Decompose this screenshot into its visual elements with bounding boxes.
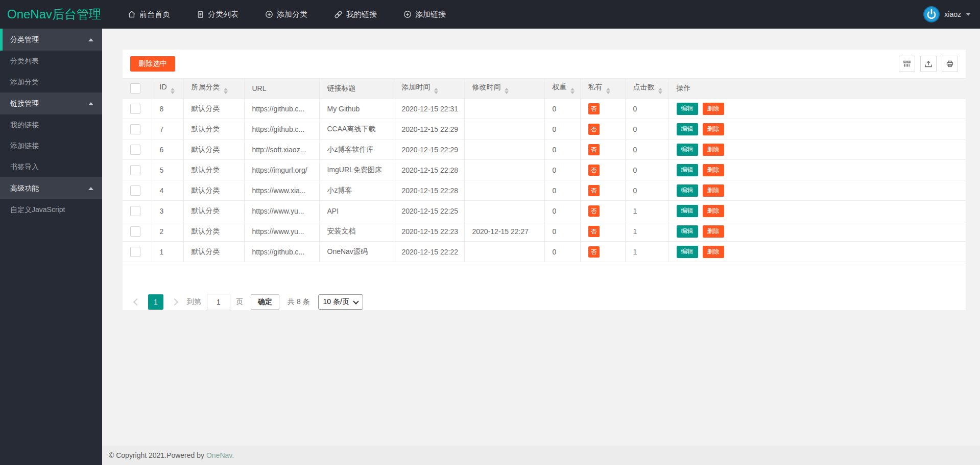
nav-item-1[interactable]: 分类列表 [183, 0, 252, 29]
columns-icon[interactable] [899, 56, 915, 72]
row-checkbox-cell [123, 160, 152, 180]
row-checkbox[interactable] [130, 104, 140, 114]
cell-weight: 0 [544, 180, 580, 201]
current-page-button[interactable]: 1 [148, 294, 163, 310]
sidebar-section-1[interactable]: 链接管理 [0, 92, 102, 114]
edit-button[interactable]: 编辑 [677, 144, 698, 156]
delete-button[interactable]: 删除 [703, 184, 724, 197]
row-checkbox[interactable] [130, 185, 140, 196]
delete-button[interactable]: 删除 [703, 164, 724, 176]
cell-private: 否 [580, 99, 625, 119]
sort-icon[interactable] [606, 88, 610, 94]
row-checkbox-cell [123, 119, 152, 140]
column-header-5: 修改时间 [464, 79, 544, 99]
cell-clicks: 0 [625, 99, 668, 119]
delete-button[interactable]: 删除 [703, 225, 724, 238]
prev-page-button[interactable] [130, 294, 144, 310]
cell-actions: 编辑删除 [668, 119, 966, 140]
sort-icon[interactable] [658, 88, 662, 94]
nav-item-2[interactable]: 添加分类 [252, 0, 321, 29]
onenav-link[interactable]: OneNav. [206, 451, 234, 459]
sidebar-item[interactable]: 书签导入 [0, 156, 102, 177]
column-header-label: 操作 [677, 84, 691, 92]
nav-item-4[interactable]: 添加链接 [390, 0, 459, 29]
sidebar-item-label: 我的链接 [10, 121, 39, 130]
delete-button[interactable]: 删除 [703, 205, 724, 217]
sort-icon[interactable] [570, 88, 575, 94]
nav-item-0[interactable]: 前台首页 [114, 0, 183, 29]
cell-weight: 0 [544, 99, 580, 119]
cell-clicks: 1 [625, 221, 668, 242]
delete-button[interactable]: 删除 [703, 246, 724, 258]
sidebar-item[interactable]: 添加链接 [0, 135, 102, 156]
sort-icon[interactable] [505, 88, 509, 94]
edit-button[interactable]: 编辑 [677, 246, 698, 258]
table-row: 4默认分类https://www.xia...小z博客2020-12-15 22… [123, 180, 966, 201]
sort-icon[interactable] [434, 88, 438, 94]
edit-button[interactable]: 编辑 [677, 164, 698, 176]
delete-selected-button[interactable]: 删除选中 [130, 56, 175, 72]
row-checkbox[interactable] [130, 206, 140, 216]
cell-clicks: 1 [625, 242, 668, 262]
export-icon[interactable] [920, 56, 937, 72]
next-page-button[interactable] [168, 294, 181, 310]
cell-actions: 编辑删除 [668, 221, 966, 242]
table-header-row: ID所属分类URL链接标题添加时间修改时间权重私有点击数操作 [123, 79, 966, 99]
sidebar-item-label: 添加分类 [10, 78, 39, 87]
edit-button[interactable]: 编辑 [677, 123, 698, 135]
cell-category: 默认分类 [183, 140, 244, 160]
column-header-label: URL [252, 84, 267, 92]
table-head: ID所属分类URL链接标题添加时间修改时间权重私有点击数操作 [123, 79, 966, 99]
sidebar-item[interactable]: 我的链接 [0, 114, 102, 135]
sort-down-icon [606, 91, 610, 94]
sidebar-section-2[interactable]: 高级功能 [0, 177, 102, 199]
print-icon[interactable] [942, 56, 958, 72]
delete-button[interactable]: 删除 [703, 123, 724, 135]
sidebar-section-0[interactable]: 分类管理 [0, 29, 102, 51]
row-checkbox[interactable] [130, 145, 140, 155]
sort-icon[interactable] [171, 88, 175, 94]
edit-button[interactable]: 编辑 [677, 103, 698, 115]
chevron-right-icon [171, 298, 178, 306]
sort-icon[interactable] [224, 88, 228, 94]
cell-added-time: 2020-12-15 22:28 [394, 160, 464, 180]
column-header-label: 权重 [553, 83, 567, 91]
delete-button[interactable]: 删除 [703, 144, 724, 156]
chevron-up-icon [88, 102, 93, 105]
cell-title: API [319, 201, 394, 221]
goto-label: 到第 [187, 297, 201, 307]
sidebar-item[interactable]: 自定义JavaScript [0, 199, 102, 220]
nav-item-3[interactable]: 我的链接 [321, 0, 390, 29]
edit-button[interactable]: 编辑 [677, 205, 698, 217]
cell-category: 默认分类 [183, 99, 244, 119]
file-icon [197, 11, 204, 18]
sort-up-icon [505, 88, 509, 90]
plus-circle-icon [265, 10, 273, 18]
app-logo[interactable]: OneNav后台管理 [0, 6, 102, 22]
confirm-button[interactable]: 确定 [251, 294, 279, 310]
row-checkbox[interactable] [130, 226, 140, 237]
delete-button[interactable]: 删除 [703, 103, 724, 115]
column-header-6: 权重 [544, 79, 580, 99]
sidebar-item[interactable]: 添加分类 [0, 72, 102, 92]
edit-button[interactable]: 编辑 [677, 225, 698, 238]
row-checkbox-cell [123, 180, 152, 201]
cell-modified-time [464, 99, 544, 119]
column-header-4: 添加时间 [394, 79, 464, 99]
sidebar-section-title: 分类管理 [10, 35, 39, 44]
cell-weight: 0 [544, 119, 580, 140]
cell-id: 3 [152, 201, 183, 221]
row-checkbox[interactable] [130, 124, 140, 134]
sidebar-item[interactable]: 分类列表 [0, 51, 102, 72]
table-row: 1默认分类https://github.c...OneNav源码2020-12-… [123, 242, 966, 262]
select-all-checkbox[interactable] [130, 83, 140, 94]
user-menu[interactable]: xiaoz [914, 0, 980, 29]
goto-page-input[interactable] [207, 294, 230, 310]
cell-url: https://www.xia... [244, 180, 319, 201]
cell-weight: 0 [544, 140, 580, 160]
row-checkbox[interactable] [130, 165, 140, 175]
cell-actions: 编辑删除 [668, 140, 966, 160]
page-size-select[interactable]: 10 条/页 [318, 294, 363, 310]
edit-button[interactable]: 编辑 [677, 184, 698, 197]
row-checkbox[interactable] [130, 247, 140, 257]
